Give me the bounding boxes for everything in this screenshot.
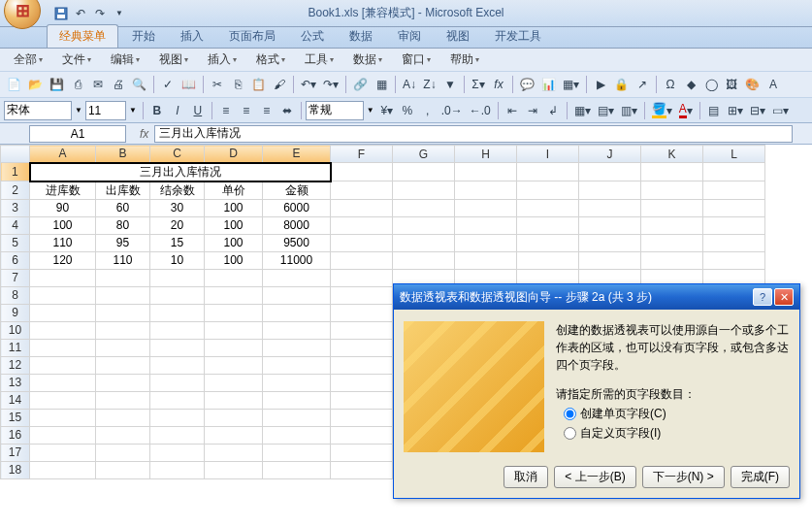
cell[interactable]: [517, 251, 579, 269]
smartart-icon[interactable]: ◆: [681, 75, 700, 94]
row-header-1[interactable]: 1: [1, 163, 30, 181]
ribbon-tab-1[interactable]: 开始: [120, 25, 167, 48]
cell[interactable]: [641, 216, 703, 234]
font-color-icon[interactable]: A▾: [676, 101, 696, 120]
header-cell[interactable]: 金额: [263, 181, 331, 200]
cell[interactable]: [30, 444, 96, 461]
bold-button[interactable]: B: [147, 101, 167, 120]
help-button[interactable]: ?: [753, 288, 772, 306]
font-size-select[interactable]: [85, 101, 126, 120]
office-button[interactable]: ⊞: [4, 0, 41, 29]
cell[interactable]: [205, 444, 263, 461]
menu-3[interactable]: 视图 ▾: [151, 49, 196, 70]
cell[interactable]: [150, 356, 205, 374]
cell[interactable]: [703, 251, 765, 269]
radio-single-page[interactable]: 创建单页字段(C): [564, 406, 790, 422]
align-center-icon[interactable]: ≡: [237, 101, 256, 120]
cell[interactable]: [331, 304, 393, 321]
cell[interactable]: [96, 321, 150, 339]
textbox-icon[interactable]: A: [763, 75, 783, 94]
cell[interactable]: [517, 181, 579, 200]
ribbon-tab-8[interactable]: 开发工具: [483, 25, 553, 48]
col-header-D[interactable]: D: [205, 146, 263, 163]
cell[interactable]: [30, 269, 96, 286]
merged-title-cell[interactable]: 三月出入库情况: [30, 163, 331, 181]
header-cell[interactable]: 出库数: [96, 181, 150, 200]
cell[interactable]: [641, 163, 703, 181]
cell[interactable]: [703, 216, 765, 234]
cell[interactable]: [96, 304, 150, 321]
align-left-icon[interactable]: ≡: [216, 101, 236, 120]
col-header-C[interactable]: C: [150, 146, 205, 163]
sort-asc-icon[interactable]: A↓: [400, 75, 419, 94]
header-cell[interactable]: 结余数: [150, 181, 205, 200]
cell[interactable]: [263, 391, 331, 409]
cell[interactable]: [641, 181, 703, 200]
menu-8[interactable]: 窗口 ▾: [394, 49, 438, 70]
menu-7[interactable]: 数据 ▾: [345, 49, 390, 70]
data-cell[interactable]: 9500: [263, 234, 331, 251]
row-header-7[interactable]: 7: [1, 269, 30, 286]
row-header-12[interactable]: 12: [1, 356, 30, 374]
cell[interactable]: [393, 234, 455, 251]
cell[interactable]: [263, 321, 331, 339]
currency-icon[interactable]: ¥▾: [377, 101, 397, 120]
cell[interactable]: [579, 251, 641, 269]
menu-9[interactable]: 帮助 ▾: [442, 49, 487, 70]
fill-color-icon[interactable]: 🪣▾: [649, 101, 675, 120]
cell[interactable]: [331, 426, 393, 444]
data-cell[interactable]: 60: [96, 199, 150, 216]
cell[interactable]: [331, 374, 393, 391]
cell[interactable]: [393, 199, 455, 216]
cell[interactable]: [205, 391, 263, 409]
cell[interactable]: [263, 339, 331, 356]
cut-icon[interactable]: ✂: [208, 75, 227, 94]
cell[interactable]: [96, 461, 150, 478]
cell[interactable]: [96, 286, 150, 304]
cell[interactable]: [517, 234, 579, 251]
cell[interactable]: [30, 426, 96, 444]
fx-icon[interactable]: fx: [134, 127, 154, 141]
formula-bar[interactable]: 三月出入库情况: [154, 125, 793, 143]
cell[interactable]: [96, 269, 150, 286]
protect-icon[interactable]: 🔒: [611, 75, 632, 94]
filter-icon[interactable]: ▼: [440, 75, 460, 94]
cell[interactable]: [331, 391, 393, 409]
cell[interactable]: [517, 163, 579, 181]
cell[interactable]: [579, 181, 641, 200]
formatting-icon[interactable]: ▥▾: [618, 101, 640, 120]
row-header-3[interactable]: 3: [1, 199, 30, 216]
cell[interactable]: [96, 356, 150, 374]
increase-indent-icon[interactable]: ⇥: [523, 101, 542, 120]
cell[interactable]: [703, 234, 765, 251]
cell[interactable]: [331, 461, 393, 478]
data-cell[interactable]: 100: [205, 234, 263, 251]
save-icon[interactable]: [52, 5, 70, 22]
cell[interactable]: [393, 251, 455, 269]
row-header-18[interactable]: 18: [1, 461, 30, 478]
row-header-16[interactable]: 16: [1, 426, 30, 444]
dialog-titlebar[interactable]: 数据透视表和数据透视图向导 -- 步骤 2a (共 3 步) ? ✕: [394, 284, 799, 310]
cell[interactable]: [331, 163, 393, 181]
cell[interactable]: [331, 216, 393, 234]
align-right-icon[interactable]: ≡: [257, 101, 276, 120]
cell[interactable]: [205, 321, 263, 339]
new-icon[interactable]: 📄: [4, 75, 24, 94]
borders-icon[interactable]: ▦▾: [571, 101, 594, 120]
cell[interactable]: [455, 234, 517, 251]
cell[interactable]: [331, 251, 393, 269]
row-header-13[interactable]: 13: [1, 374, 30, 391]
redo-icon[interactable]: ↷: [91, 5, 109, 22]
underline-button[interactable]: U: [188, 101, 208, 120]
cell[interactable]: [455, 181, 517, 200]
cell[interactable]: [205, 461, 263, 478]
comma-icon[interactable]: ,: [418, 101, 438, 120]
back-button[interactable]: < 上一步(B): [554, 466, 635, 488]
hyperlink-icon[interactable]: 🔗: [350, 75, 371, 94]
data-cell[interactable]: 100: [205, 199, 263, 216]
cell[interactable]: [455, 163, 517, 181]
shapes-icon[interactable]: ◯: [701, 75, 721, 94]
cell[interactable]: [205, 374, 263, 391]
macro-icon[interactable]: ▶: [591, 75, 610, 94]
cell[interactable]: [263, 286, 331, 304]
